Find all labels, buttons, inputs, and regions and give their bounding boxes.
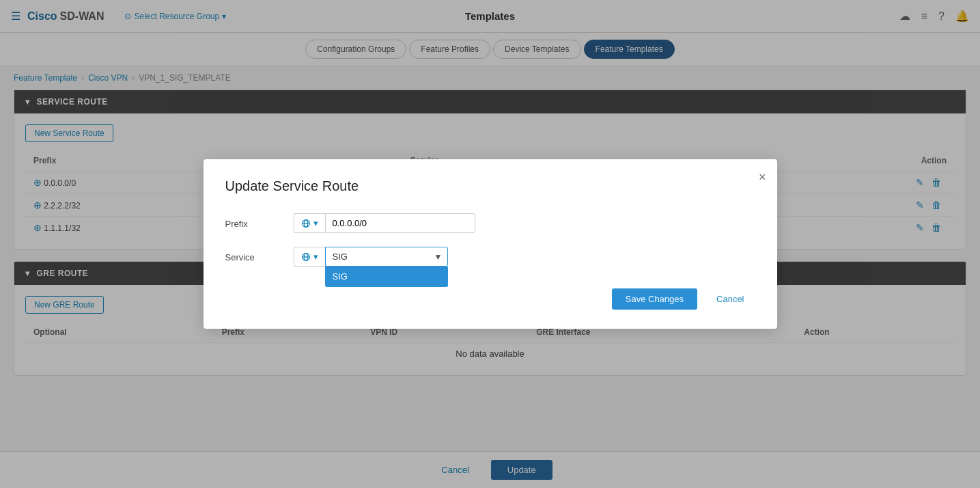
prefix-label: Prefix bbox=[225, 213, 294, 229]
service-dropdown-list: SIG bbox=[325, 267, 448, 287]
modal-footer: Save Changes Cancel bbox=[225, 288, 755, 310]
service-select[interactable]: SIG bbox=[325, 247, 448, 267]
dropdown-item-sig[interactable]: SIG bbox=[326, 267, 447, 286]
modal-cancel-button[interactable]: Cancel bbox=[705, 288, 755, 310]
prefix-globe-arrow: ▾ bbox=[313, 218, 318, 228]
service-globe-button[interactable]: ▾ bbox=[294, 247, 325, 267]
prefix-control: ▾ bbox=[294, 213, 475, 233]
save-changes-button[interactable]: Save Changes bbox=[612, 288, 697, 310]
service-control: ▾ SIG ▼ SIG bbox=[294, 247, 448, 267]
globe-svg-icon bbox=[301, 219, 311, 228]
prefix-input[interactable] bbox=[325, 213, 475, 233]
service-select-wrap: SIG ▼ SIG bbox=[325, 247, 448, 267]
modal-close-button[interactable]: × bbox=[759, 170, 766, 185]
prefix-form-row: Prefix ▾ bbox=[225, 213, 755, 233]
service-globe-arrow: ▾ bbox=[313, 252, 318, 262]
service-form-row: Service ▾ SIG ▼ SIG bbox=[225, 247, 755, 267]
modal-title: Update Service Route bbox=[225, 178, 755, 194]
prefix-globe-button[interactable]: ▾ bbox=[294, 213, 325, 233]
service-globe-svg-icon bbox=[301, 252, 311, 262]
service-label: Service bbox=[225, 247, 294, 262]
update-service-route-modal: Update Service Route × Prefix ▾ Service bbox=[204, 159, 777, 329]
modal-overlay: Update Service Route × Prefix ▾ Service bbox=[0, 0, 980, 401]
